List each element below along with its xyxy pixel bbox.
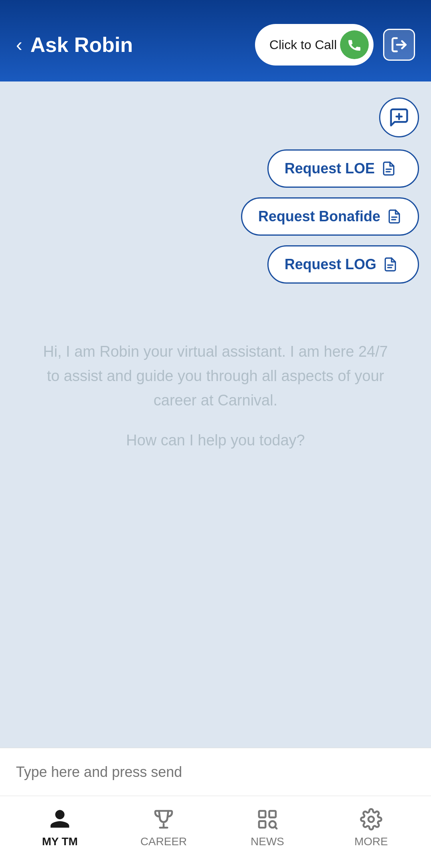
gear-icon <box>360 808 382 830</box>
welcome-message: Hi, I am Robin your virtual assistant. I… <box>12 324 419 469</box>
nav-label-more: MORE <box>354 835 388 848</box>
nav-item-career[interactable]: CAREER <box>112 808 216 848</box>
new-chat-button[interactable] <box>379 97 419 137</box>
message-input[interactable] <box>16 764 415 781</box>
header-right: Click to Call <box>255 24 415 66</box>
new-chat-icon <box>388 107 410 128</box>
document-icon-loe <box>381 161 396 176</box>
nav-label-news: NEWS <box>251 835 284 848</box>
click-to-call-label: Click to Call <box>269 38 337 52</box>
help-text: How can I help you today? <box>36 428 395 453</box>
document-icon-bonafide <box>387 209 402 224</box>
nav-item-more[interactable]: MORE <box>319 808 423 848</box>
phone-icon <box>346 37 362 53</box>
click-to-call-button[interactable]: Click to Call <box>255 24 374 66</box>
svg-rect-11 <box>259 821 265 828</box>
request-loe-button[interactable]: Request LOE <box>267 149 419 188</box>
logout-button[interactable] <box>383 29 415 61</box>
request-log-label: Request LOG <box>285 256 376 273</box>
request-loe-label: Request LOE <box>285 160 375 177</box>
page-title: Ask Robin <box>30 33 133 57</box>
news-icon <box>256 808 279 830</box>
svg-rect-9 <box>259 811 265 817</box>
svg-rect-10 <box>269 811 276 817</box>
request-bonafide-label: Request Bonafide <box>258 208 380 225</box>
nav-item-my-tm[interactable]: MY TM <box>8 808 112 848</box>
nav-item-news[interactable]: NEWS <box>216 808 319 848</box>
quick-actions: Request LOE Request Bonafide Request LOG <box>12 149 419 284</box>
input-area <box>0 748 431 796</box>
chat-area: Request LOE Request Bonafide Request LOG <box>0 81 431 748</box>
request-log-button[interactable]: Request LOG <box>267 245 419 284</box>
header: ‹ Ask Robin Click to Call <box>0 0 431 81</box>
header-left: ‹ Ask Robin <box>16 33 133 57</box>
nav-label-my-tm: MY TM <box>42 835 78 848</box>
nav-label-career: CAREER <box>140 835 187 848</box>
phone-circle <box>340 30 369 59</box>
request-bonafide-button[interactable]: Request Bonafide <box>241 197 419 236</box>
welcome-main-text: Hi, I am Robin your virtual assistant. I… <box>36 340 395 412</box>
svg-point-14 <box>368 816 374 822</box>
bottom-navigation: MY TM CAREER NEWS MORE <box>0 796 431 868</box>
trophy-icon <box>152 808 175 830</box>
document-icon-log <box>383 257 398 272</box>
svg-line-13 <box>275 827 277 829</box>
person-icon <box>49 808 71 830</box>
logout-icon <box>390 36 408 54</box>
back-button[interactable]: ‹ <box>16 35 22 54</box>
